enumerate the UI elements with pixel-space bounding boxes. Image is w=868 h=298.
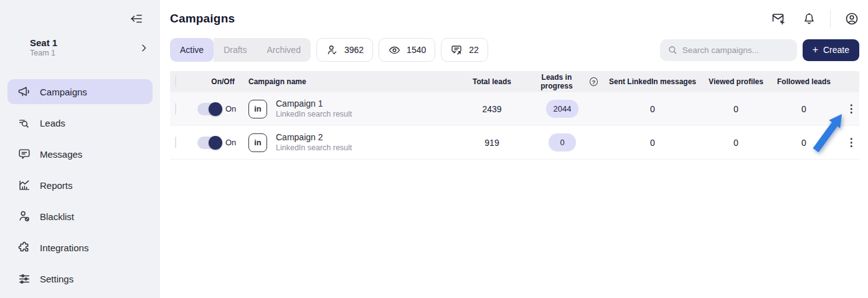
sidebar-item-label: Leads	[40, 118, 65, 128]
seat-info: Seat 1 Team 1	[30, 37, 57, 58]
row-checkbox[interactable]	[175, 137, 176, 148]
sidebar-item-blacklist[interactable]: Blacklist	[7, 204, 153, 229]
sidebar-item-label: Blacklist	[40, 211, 74, 222]
mail-plus-icon[interactable]	[771, 11, 786, 26]
sidebar-item-campaigns[interactable]: Campaigns	[7, 79, 153, 104]
viewed-profiles-value: 0	[707, 104, 765, 114]
column-header-viewed-profiles: Viewed profiles	[707, 77, 765, 86]
campaigns-table: On/Off Campaign name Total leads Leads i…	[170, 71, 859, 160]
tab-archived[interactable]: Archived	[257, 38, 310, 62]
sidebar-collapse-row	[7, 11, 153, 26]
seat-subtitle: Team 1	[30, 49, 57, 58]
column-header-total-leads: Total leads	[457, 77, 527, 86]
chat-bubble-icon	[17, 147, 31, 161]
column-header-label: Leads in progress	[527, 73, 587, 90]
stat-chip-views[interactable]: 1540	[379, 38, 435, 62]
help-icon[interactable]: ?	[590, 77, 598, 86]
campaign-status-tabs: Active Drafts Archived	[170, 38, 311, 62]
page-title: Campaigns	[170, 12, 235, 26]
search-input[interactable]	[682, 46, 790, 55]
campaign-subtitle: LinkedIn search result	[276, 110, 352, 119]
row-kebab-menu[interactable]: ⋮	[843, 105, 859, 113]
table-row: On in Campaign 1 LinkedIn search result …	[170, 92, 859, 126]
chat-arrow-icon	[450, 44, 463, 57]
leads-in-progress-badge: 0	[549, 133, 576, 151]
column-header-leads-in-progress: Leads in progress ?	[527, 73, 598, 90]
table-header-row: On/Off Campaign name Total leads Leads i…	[170, 71, 859, 92]
main-content: Campaigns Active Dr	[160, 0, 868, 298]
eye-icon	[388, 44, 401, 57]
campaign-title[interactable]: Campaign 2	[276, 132, 352, 143]
plus-icon: +	[813, 45, 818, 55]
sent-messages-value: 0	[598, 138, 707, 148]
linkedin-icon: in	[248, 100, 267, 118]
leads-in-progress-badge: 2044	[546, 100, 579, 118]
sidebar-item-label: Campaigns	[40, 87, 87, 97]
person-check-icon	[326, 44, 339, 57]
search-box	[660, 39, 797, 61]
sliders-icon	[17, 272, 31, 286]
create-button[interactable]: + Create	[803, 39, 859, 61]
tab-drafts[interactable]: Drafts	[214, 38, 257, 62]
user-block-icon	[17, 209, 31, 223]
stat-value: 22	[469, 45, 479, 55]
create-button-label: Create	[823, 45, 849, 55]
chart-report-icon	[17, 178, 31, 192]
total-leads-value: 2439	[457, 104, 527, 114]
sidebar-item-label: Settings	[40, 274, 73, 284]
row-checkbox[interactable]	[175, 103, 176, 115]
seat-selector[interactable]: Seat 1 Team 1	[7, 37, 149, 58]
campaign-subtitle: LinkedIn search result	[276, 143, 352, 153]
sidebar-item-settings[interactable]: Settings	[7, 266, 153, 291]
campaign-name-cell[interactable]: in Campaign 2 LinkedIn search result	[248, 132, 457, 153]
tab-active[interactable]: Active	[170, 38, 214, 62]
total-leads-value: 919	[457, 138, 527, 148]
stat-value: 3962	[344, 45, 364, 55]
campaign-toggle[interactable]	[197, 103, 221, 115]
select-all-checkbox[interactable]	[175, 75, 176, 87]
sidebar-item-integrations[interactable]: Integrations	[7, 235, 153, 260]
sidebar-item-messages[interactable]: Messages	[7, 142, 153, 166]
megaphone-icon	[17, 85, 31, 99]
followed-leads-value: 0	[765, 138, 843, 148]
seat-title: Seat 1	[30, 37, 57, 48]
sidebar-item-label: Reports	[40, 180, 73, 191]
campaign-title[interactable]: Campaign 1	[276, 99, 352, 109]
viewed-profiles-value: 0	[707, 138, 765, 148]
toggle-knob	[209, 136, 222, 150]
campaign-toggle[interactable]	[197, 137, 221, 149]
toggle-knob	[209, 102, 222, 116]
followed-leads-value: 0	[765, 104, 843, 114]
column-header-sent-messages: Sent LinkedIn messages	[598, 77, 707, 86]
row-kebab-menu[interactable]: ⋮	[843, 138, 859, 147]
sidebar: Seat 1 Team 1 Campaigns Leads	[0, 0, 160, 298]
table-row: On in Campaign 2 LinkedIn search result …	[170, 126, 859, 160]
column-header-campaign-name: Campaign name	[248, 77, 457, 86]
column-header-followed-leads: Followed leads	[765, 77, 843, 86]
stat-chip-leads[interactable]: 3962	[316, 38, 373, 62]
collapse-sidebar-icon[interactable]	[129, 11, 144, 26]
stat-value: 1540	[407, 45, 426, 55]
sidebar-item-reports[interactable]: Reports	[7, 173, 153, 198]
leads-search-icon	[17, 116, 31, 130]
sidebar-item-label: Messages	[40, 149, 82, 160]
campaign-name-cell[interactable]: in Campaign 1 LinkedIn search result	[248, 99, 457, 119]
page-header: Campaigns	[170, 10, 859, 27]
stat-chip-replies[interactable]: 22	[441, 38, 488, 62]
toolbar: Active Drafts Archived 3962 1540	[170, 38, 859, 62]
puzzle-icon	[17, 241, 31, 254]
sidebar-item-leads[interactable]: Leads	[7, 110, 153, 135]
chevron-right-icon	[139, 43, 149, 53]
toggle-state-label: On	[225, 138, 236, 147]
bell-icon[interactable]	[802, 12, 816, 26]
avatar-icon[interactable]	[844, 11, 859, 26]
column-header-onoff: On/Off	[197, 77, 248, 86]
sent-messages-value: 0	[598, 104, 707, 114]
linkedin-icon: in	[248, 133, 267, 152]
header-actions	[755, 9, 859, 28]
toggle-state-label: On	[225, 104, 236, 113]
sidebar-nav: Campaigns Leads Messages	[7, 79, 153, 297]
sidebar-item-label: Integrations	[40, 243, 88, 253]
search-icon	[668, 45, 677, 55]
header-divider	[830, 9, 831, 28]
